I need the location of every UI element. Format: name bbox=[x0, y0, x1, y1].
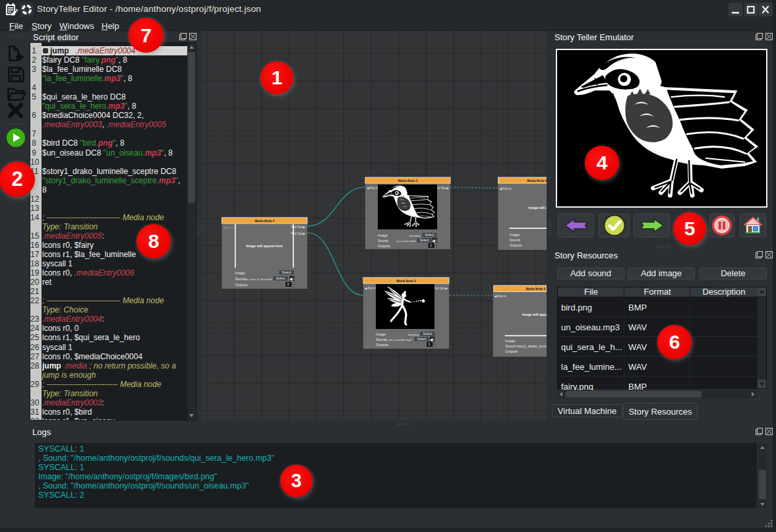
svg-text:Sound: Sound bbox=[510, 238, 520, 242]
svg-text:la_fee_luminelle.mp3: la_fee_luminelle.mp3 bbox=[386, 338, 411, 341]
svg-text:◀ Port In: ◀ Port In bbox=[367, 187, 378, 190]
svg-text:◀ Port In: ◀ Port In bbox=[224, 226, 235, 229]
svg-text:Image will appear here: Image will appear here bbox=[246, 244, 283, 248]
svg-text:Outputs: Outputs bbox=[378, 244, 390, 248]
svg-text:qui_sera_le_hero.mp3: qui_sera_le_hero.mp3 bbox=[245, 278, 272, 281]
svg-text:Image: Image bbox=[235, 271, 245, 275]
svg-text:Sound: Sound bbox=[378, 239, 388, 243]
svg-text:Image: Image bbox=[378, 233, 388, 237]
svg-text:Image: Image bbox=[505, 339, 515, 343]
svg-text:Media Node 4: Media Node 4 bbox=[254, 220, 274, 223]
svg-text:Media Node 2: Media Node 2 bbox=[398, 179, 418, 183]
svg-text:◀ Port In: ◀ Port In bbox=[494, 295, 506, 298]
svg-text:Select: Select bbox=[417, 337, 427, 341]
svg-text:Sound story1_drako_luminelle_: Sound story1_drako_luminelle_sceptre.m bbox=[505, 344, 547, 348]
svg-text:Outputs: Outputs bbox=[235, 283, 248, 287]
svg-text:un_oiseau.mp3: un_oiseau.mp3 bbox=[396, 239, 415, 243]
svg-text:Select: Select bbox=[282, 270, 292, 274]
svg-text:◀ Port In: ◀ Port In bbox=[365, 287, 376, 290]
svg-text:Media Node 6: Media Node 6 bbox=[525, 287, 545, 291]
svg-text:Port Out ▶: Port Out ▶ bbox=[434, 287, 448, 290]
svg-text:Image: Image bbox=[510, 233, 520, 237]
svg-text:fairy.png: fairy.png bbox=[407, 333, 419, 336]
svg-text:bird.png: bird.png bbox=[409, 234, 420, 237]
svg-text:Outputs: Outputs bbox=[505, 349, 518, 353]
svg-text:Media Node 3: Media Node 3 bbox=[527, 179, 547, 183]
svg-text:Select: Select bbox=[420, 238, 430, 242]
svg-text:Outputs: Outputs bbox=[510, 243, 522, 247]
svg-text:Media Node 5: Media Node 5 bbox=[396, 280, 416, 283]
svg-text:◀ Port In: ◀ Port In bbox=[500, 187, 512, 191]
svg-text:Sound: Sound bbox=[235, 277, 246, 281]
svg-text:2: 2 bbox=[287, 282, 289, 286]
svg-text:Image: Image bbox=[376, 332, 386, 336]
svg-text:Select: Select bbox=[425, 233, 435, 237]
svg-text:Sound: Sound bbox=[376, 338, 386, 341]
svg-text:Outputs: Outputs bbox=[376, 343, 388, 347]
svg-text:1: 1 bbox=[429, 342, 431, 346]
svg-text:Image will appear here: Image will appear here bbox=[522, 312, 547, 316]
svg-text:Select: Select bbox=[423, 332, 433, 336]
svg-text:Select: Select bbox=[276, 276, 286, 280]
svg-text:1: 1 bbox=[430, 243, 432, 247]
svg-text:Image will appear: Image will appear bbox=[529, 206, 547, 210]
